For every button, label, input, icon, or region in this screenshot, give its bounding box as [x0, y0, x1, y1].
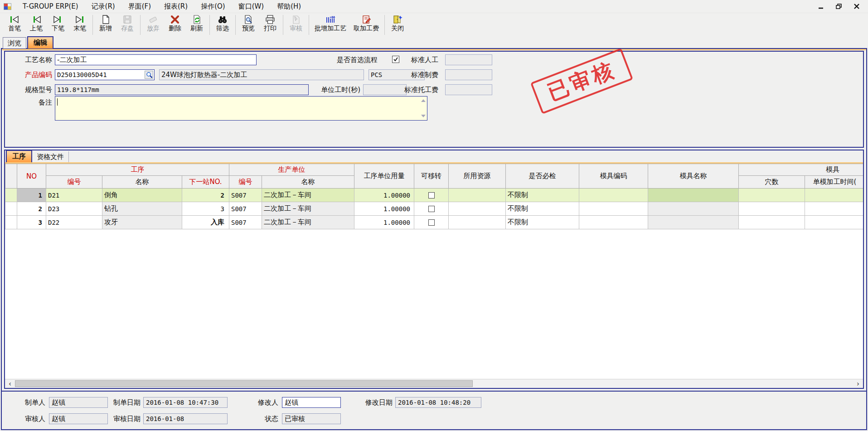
filter-button[interactable]: 筛选 [212, 14, 233, 32]
cell-cavity[interactable] [739, 216, 805, 229]
cell-proc-name[interactable]: 攻牙 [102, 216, 182, 229]
row-selector[interactable] [5, 216, 17, 229]
cell-mold-code[interactable] [579, 216, 648, 229]
col-header-must-check: 是否必检 [506, 164, 579, 189]
tab-edit[interactable]: 编辑 [27, 36, 53, 48]
cell-qty[interactable]: 1.00000 [354, 216, 414, 229]
cell-unit-code[interactable]: S007 [229, 189, 262, 202]
cell-no[interactable]: 1 [17, 189, 46, 202]
refresh-button[interactable]: 刷新 [186, 14, 208, 32]
get-processing-fee-button[interactable]: 取加工费 [350, 14, 383, 32]
cell-movable[interactable] [414, 216, 449, 229]
create-date-field: 2016-01-08 10:47:30 [143, 397, 228, 408]
cell-movable[interactable] [414, 202, 449, 216]
cell-next-station[interactable]: 入库 [182, 216, 229, 229]
menu-record[interactable]: 记录(R) [87, 1, 120, 12]
std-mfg-fee-field[interactable] [445, 69, 492, 80]
print-button[interactable]: 打印 [259, 14, 281, 32]
movable-checkbox[interactable] [428, 192, 435, 199]
cell-proc-name[interactable]: 倒角 [102, 189, 182, 202]
menu-tgroup-erp[interactable]: T-GROUP ERP(E) [18, 1, 83, 12]
tab-browse[interactable]: 浏览 [3, 37, 26, 48]
cell-movable[interactable] [414, 189, 449, 202]
cell-mold-code[interactable] [579, 202, 648, 216]
close-icon[interactable] [854, 4, 860, 10]
batch-add-process-button[interactable]: 批增加工艺 [311, 14, 350, 32]
menu-report[interactable]: 报表(R) [159, 1, 193, 12]
cell-unit-name[interactable]: 二次加工－车间 [262, 202, 354, 216]
tab-qualification-files[interactable]: 资格文件 [32, 151, 69, 162]
cell-cavity[interactable] [739, 189, 805, 202]
cell-mold-name[interactable] [648, 216, 739, 229]
last-record-button[interactable]: 末笔 [69, 14, 91, 32]
cell-proc-code[interactable]: D23 [46, 202, 102, 216]
product-lookup-button[interactable] [145, 71, 153, 79]
movable-checkbox[interactable] [428, 206, 435, 212]
audit-icon [291, 15, 301, 24]
menu-help[interactable]: 帮助(H) [272, 1, 306, 12]
cell-must-check[interactable]: 不限制 [506, 216, 579, 229]
cell-mold-name[interactable] [648, 189, 739, 202]
minimize-icon[interactable] [818, 4, 824, 10]
cell-resource[interactable] [449, 216, 506, 229]
cell-mold-name[interactable] [648, 202, 739, 216]
horizontal-scrollbar[interactable]: ‹ › [5, 379, 863, 388]
cell-no[interactable]: 2 [17, 202, 46, 216]
cell-unit-code[interactable]: S007 [229, 202, 262, 216]
cell-single-mold-time[interactable] [805, 202, 863, 216]
cell-unit-name[interactable]: 二次加工－车间 [262, 216, 354, 229]
scroll-up-icon[interactable] [421, 99, 426, 102]
save-button[interactable]: 存盘 [116, 14, 138, 32]
menu-window[interactable]: 窗口(W) [233, 1, 269, 12]
cell-must-check[interactable]: 不限制 [506, 202, 579, 216]
spec-model-input[interactable]: 119.8*117mm [55, 84, 309, 95]
cell-cavity[interactable] [739, 202, 805, 216]
menu-interface[interactable]: 界面(F) [123, 1, 156, 12]
cell-proc-code[interactable]: D22 [46, 216, 102, 229]
cell-qty[interactable]: 1.00000 [354, 189, 414, 202]
movable-checkbox[interactable] [428, 219, 435, 226]
restore-icon[interactable] [836, 4, 842, 10]
new-button[interactable]: 新增 [95, 14, 116, 32]
cell-unit-code[interactable]: S007 [229, 216, 262, 229]
menu-operation[interactable]: 操作(O) [196, 1, 230, 12]
col-header-mold-name: 模具名称 [648, 164, 739, 189]
process-name-input[interactable]: -二次加工 [55, 54, 257, 65]
row-selector[interactable] [5, 202, 17, 216]
cell-resource[interactable] [449, 189, 506, 202]
std-labor-field[interactable] [445, 54, 492, 65]
scroll-left-icon[interactable]: ‹ [6, 379, 14, 388]
product-code-input[interactable]: D250130005D41 [55, 69, 155, 80]
tab-process-steps[interactable]: 工序 [6, 150, 32, 162]
cell-qty[interactable]: 1.00000 [354, 202, 414, 216]
modifier-field: 赵镇 [282, 397, 341, 408]
cell-no[interactable]: 3 [17, 216, 46, 229]
delete-button[interactable]: 删除 [164, 14, 186, 32]
cell-unit-name[interactable]: 二次加工－车间 [262, 189, 354, 202]
next-record-button[interactable]: 下笔 [47, 14, 69, 32]
close-window-button[interactable]: 关闭 [387, 14, 408, 32]
prev-record-button[interactable]: 上笔 [25, 14, 47, 32]
audit-button[interactable]: 审核 [285, 14, 307, 32]
scroll-down-icon[interactable] [421, 115, 426, 117]
col-header-unit-name: 名称 [262, 176, 354, 189]
cell-mold-code[interactable] [579, 189, 648, 202]
scroll-right-icon[interactable]: › [854, 379, 862, 388]
cell-proc-name[interactable]: 钻孔 [102, 202, 182, 216]
cell-single-mold-time[interactable] [805, 189, 863, 202]
discard-button[interactable]: 放弃 [142, 14, 164, 32]
std-outsource-fee-field[interactable] [445, 84, 492, 95]
cell-next-station[interactable]: 3 [182, 202, 229, 216]
preview-button[interactable]: 预览 [238, 14, 259, 32]
row-selector[interactable] [5, 189, 17, 202]
cell-single-mold-time[interactable] [805, 216, 863, 229]
first-record-button[interactable]: 首笔 [4, 14, 25, 32]
cell-proc-code[interactable]: D21 [46, 189, 102, 202]
cell-next-station[interactable]: 2 [182, 189, 229, 202]
cell-resource[interactable] [449, 202, 506, 216]
scrollbar-thumb[interactable] [15, 380, 473, 387]
remarks-textarea[interactable] [55, 96, 427, 121]
cell-must-check[interactable]: 不限制 [506, 189, 579, 202]
binoculars-icon [217, 15, 228, 24]
audit-date-label: 审核日期 [102, 413, 141, 424]
